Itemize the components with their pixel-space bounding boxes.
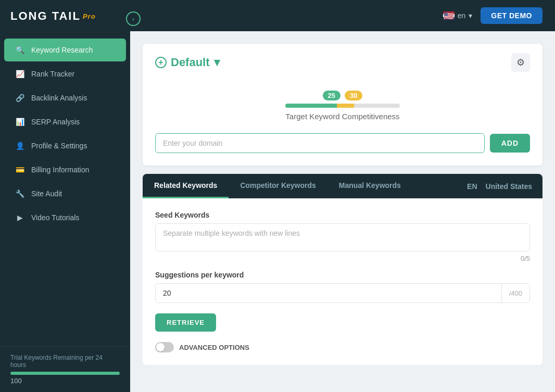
toggle-knob (156, 343, 165, 351)
search-icon: 🔍 (15, 45, 25, 55)
play-icon: ▶ (15, 212, 25, 223)
lang-dropdown-icon: ▾ (469, 11, 472, 20)
domain-section: ADD (143, 133, 543, 166)
sidebar-item-label: SERP Analysis (31, 118, 80, 126)
suggestions-input[interactable] (156, 284, 501, 302)
language-selector[interactable]: 🇺🇸 en ▾ (443, 11, 473, 20)
tab-lang-label: EN (467, 182, 477, 191)
person-icon: 👤 (15, 141, 25, 151)
panel-header: + Default ▾ ⚙ (143, 44, 543, 81)
competitiveness-section: 25 30 Target Keyword Competitiveness (143, 81, 543, 133)
footer-count: 100 (10, 377, 120, 385)
sidebar-item-label: Profile & Settings (31, 142, 87, 150)
sidebar-footer: Trial Keywords Remaining per 24 hours 10… (0, 346, 130, 392)
sidebar: LONG TAILPro 🔍Keyword Research📈Rank Trac… (0, 0, 130, 392)
sidebar-item-video-tutorials[interactable]: ▶Video Tutorials (4, 206, 126, 229)
tabs-right-info: EN United States (467, 182, 543, 191)
seed-keywords-label: Seed Keywords (155, 211, 530, 219)
slider-labels: 25 30 (155, 91, 530, 100)
add-domain-button[interactable]: ADD (490, 134, 530, 153)
sidebar-item-label: Backlink Analysis (31, 94, 87, 102)
trial-progress-inner (10, 372, 120, 375)
sidebar-item-label: Keyword Research (31, 46, 93, 54)
suggestions-max: /400 (501, 284, 529, 302)
sidebar-item-backlink-analysis[interactable]: 🔗Backlink Analysis (4, 86, 126, 109)
sidebar-item-profile-settings[interactable]: 👤Profile & Settings (4, 134, 126, 157)
competitiveness-badge-green: 25 (323, 91, 340, 100)
sidebar-item-label: Billing Information (31, 166, 89, 174)
tab-competitor-keywords[interactable]: Competitor Keywords (229, 174, 327, 198)
tabs-row: Related Keywords Competitor Keywords Man… (143, 174, 543, 198)
panel-title-text: Default (171, 56, 210, 69)
logo-pro-text: Pro (83, 12, 96, 20)
settings-gear-button[interactable]: ⚙ (511, 53, 530, 72)
get-demo-button[interactable]: GET DEMO (481, 7, 543, 24)
competitiveness-slider[interactable] (285, 104, 400, 108)
flag-icon: 🇺🇸 (443, 11, 455, 20)
sidebar-item-rank-tracker[interactable]: 📈Rank Tracker (4, 62, 126, 85)
seed-keywords-counter: 0/5 (155, 255, 530, 262)
suggestions-label: Suggestions per keyword (155, 271, 530, 279)
trending-icon: 📈 (15, 69, 25, 79)
tab-content: Seed Keywords 0/5 Suggestions per keywor… (143, 198, 543, 365)
chart-icon: 📊 (15, 117, 25, 127)
competitiveness-label: Target Keyword Competitiveness (155, 112, 530, 121)
sidebar-item-keyword-research[interactable]: 🔍Keyword Research (4, 39, 126, 61)
domain-row: ADD (155, 133, 530, 153)
tabs-panel: Related Keywords Competitor Keywords Man… (143, 174, 543, 365)
plus-icon[interactable]: + (155, 57, 167, 68)
title-dropdown-icon[interactable]: ▾ (214, 56, 220, 69)
link-icon: 🔗 (15, 93, 25, 103)
retrieve-button[interactable]: RETRIEVE (155, 313, 216, 332)
main-panel: + Default ▾ ⚙ 25 30 Target Keyword Compe… (143, 44, 543, 166)
advanced-options-toggle[interactable] (155, 342, 174, 352)
sidebar-item-label: Rank Tracker (31, 70, 74, 78)
competitiveness-badge-yellow: 30 (345, 91, 362, 100)
card-icon: 💳 (15, 165, 25, 175)
sidebar-item-billing-information[interactable]: 💳Billing Information (4, 158, 126, 181)
sidebar-item-label: Site Audit (31, 189, 62, 198)
tabs-header: Related Keywords Competitor Keywords Man… (143, 174, 543, 198)
advanced-options-label: ADVANCED OPTIONS (179, 344, 249, 351)
trial-progress-bar (10, 372, 120, 375)
sidebar-nav: 🔍Keyword Research📈Rank Tracker🔗Backlink … (0, 32, 130, 346)
topbar: 🇺🇸 en ▾ GET DEMO (130, 0, 555, 31)
seed-keywords-input[interactable] (155, 223, 530, 251)
domain-input[interactable] (155, 133, 485, 153)
main-content: + Default ▾ ⚙ 25 30 Target Keyword Compe… (130, 31, 555, 392)
tab-related-keywords[interactable]: Related Keywords (143, 174, 229, 198)
slider-fill (285, 104, 348, 108)
footer-label: Trial Keywords Remaining per 24 hours (10, 354, 120, 369)
sidebar-item-serp-analysis[interactable]: 📊SERP Analysis (4, 110, 126, 133)
tab-location-label: United States (486, 182, 532, 191)
app-logo: LONG TAILPro (0, 0, 130, 32)
sidebar-item-site-audit[interactable]: 🔧Site Audit (4, 182, 126, 205)
tab-manual-keywords[interactable]: Manual Keywords (327, 174, 412, 198)
logo-long-text: LONG TAIL (10, 9, 81, 23)
panel-title: + Default ▾ (155, 56, 220, 69)
sidebar-item-label: Video Tutorials (31, 213, 79, 222)
advanced-options-row: ADVANCED OPTIONS (155, 342, 530, 352)
sidebar-collapse-button[interactable]: ‹ (126, 11, 141, 26)
suggestions-row: /400 (155, 283, 530, 303)
lang-label: en (458, 11, 466, 20)
wrench-icon: 🔧 (15, 188, 25, 199)
